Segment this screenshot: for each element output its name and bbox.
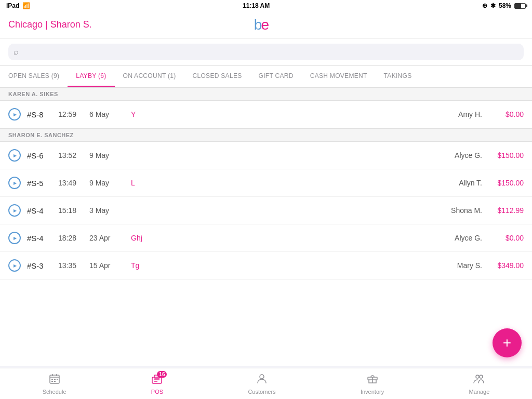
table-row[interactable]: #S-5 13:49 9 May L Allyn T. $150.00	[0, 169, 532, 197]
sale-id: #S-4	[27, 206, 58, 215]
search-wrapper[interactable]	[8, 44, 524, 60]
sale-staff: Alyce G.	[420, 151, 482, 159]
status-left: iPad 📶	[6, 2, 30, 9]
tab-on-account[interactable]: ON ACCOUNT (1)	[115, 66, 184, 87]
tab-gift-card[interactable]: GIFT CARD	[250, 66, 302, 87]
status-right: ⊕ ✱ 58%	[482, 2, 526, 9]
svg-rect-4	[51, 379, 53, 380]
sale-date: 9 May	[89, 179, 131, 187]
schedule-icon	[49, 373, 60, 387]
nav-schedule-label: Schedule	[43, 389, 66, 395]
sale-id: #S-6	[27, 151, 58, 160]
sale-note: Y	[131, 110, 172, 118]
tab-open-sales[interactable]: OPEN SALES (9)	[0, 66, 68, 87]
svg-point-13	[260, 375, 264, 379]
header: Chicago | Sharon S. be	[0, 11, 532, 38]
sale-id: #S-3	[27, 261, 58, 270]
sale-note: L	[131, 179, 172, 187]
play-icon	[8, 149, 21, 162]
sale-staff: Allyn T.	[420, 179, 482, 187]
nav-inventory-label: Inventory	[361, 389, 384, 395]
sale-date: 23 Apr	[89, 234, 131, 242]
section-header-sharon: SHARON E. SANCHEZ	[0, 128, 532, 142]
sale-staff: Shona M.	[420, 206, 482, 215]
sale-date: 15 Apr	[89, 261, 131, 270]
table-row[interactable]: #S-4 15:18 3 May Shona M. $112.99	[0, 197, 532, 224]
play-icon	[8, 259, 21, 272]
tab-takings[interactable]: TAKINGS	[376, 66, 420, 87]
sale-note: Tg	[131, 261, 172, 270]
nav-pos[interactable]: 16 POS	[151, 373, 163, 395]
section-header-karen: KAREN A. SIKES	[0, 87, 532, 101]
pos-icon: 16	[151, 373, 163, 387]
svg-rect-6	[57, 379, 58, 380]
sale-staff: Mary S.	[420, 261, 482, 270]
app-logo: be	[254, 17, 268, 33]
status-time: 11:18 AM	[243, 2, 270, 9]
sale-time: 13:35	[58, 261, 89, 270]
play-icon	[8, 204, 21, 217]
table-row[interactable]: #S-8 12:59 6 May Y Amy H. $0.00	[0, 101, 532, 128]
customers-icon	[256, 373, 268, 387]
sale-time: 15:18	[58, 206, 89, 215]
sale-date: 6 May	[89, 110, 131, 118]
table-row[interactable]: #S-3 13:35 15 Apr Tg Mary S. $349.00	[0, 252, 532, 280]
tabs-container: OPEN SALES (9) LAYBY (6) ON ACCOUNT (1) …	[0, 66, 532, 87]
nav-inventory[interactable]: Inventory	[361, 373, 384, 395]
nav-manage-label: Manage	[469, 389, 490, 395]
screen-icon: ⊕	[482, 2, 487, 9]
content-area: KAREN A. SIKES #S-8 12:59 6 May Y Amy H.…	[0, 87, 532, 366]
tab-closed-sales[interactable]: CLOSED SALES	[184, 66, 250, 87]
sale-time: 13:49	[58, 179, 89, 187]
search-input[interactable]	[8, 44, 524, 60]
nav-customers-label: Customers	[248, 389, 275, 395]
battery-percent: 58%	[499, 2, 511, 9]
sale-staff: Alyce G.	[420, 234, 482, 242]
bluetooth-icon: ✱	[490, 2, 496, 9]
sale-date: 3 May	[89, 206, 131, 215]
store-title: Chicago | Sharon S.	[8, 19, 92, 30]
svg-point-16	[476, 375, 479, 378]
nav-pos-label: POS	[151, 389, 163, 395]
inventory-icon	[367, 373, 378, 387]
device-label: iPad	[6, 2, 19, 9]
sale-time: 12:59	[58, 110, 89, 118]
table-row[interactable]: #S-4 18:28 23 Apr Ghj Alyce G. $0.00	[0, 224, 532, 252]
play-icon	[8, 108, 21, 121]
status-bar: iPad 📶 11:18 AM ⊕ ✱ 58%	[0, 0, 532, 11]
battery-icon	[514, 3, 526, 9]
tab-cash-movement[interactable]: CASH MOVEMENT	[302, 66, 376, 87]
sale-staff: Amy H.	[420, 110, 482, 118]
sale-note: Ghj	[131, 234, 172, 242]
sale-amount: $150.00	[482, 179, 524, 187]
table-row[interactable]: #S-6 13:52 9 May Alyce G. $150.00	[0, 142, 532, 169]
svg-point-17	[480, 375, 483, 378]
play-icon	[8, 177, 21, 189]
sale-amount: $349.00	[482, 261, 524, 270]
nav-customers[interactable]: Customers	[248, 373, 275, 395]
sale-id: #S-8	[27, 110, 58, 119]
sale-amount: $0.00	[482, 110, 524, 118]
play-icon	[8, 232, 21, 244]
sale-amount: $0.00	[482, 234, 524, 242]
sale-date: 9 May	[89, 151, 131, 159]
bottom-nav: Schedule 16 POS Customers	[0, 368, 532, 399]
sale-id: #S-5	[27, 179, 58, 188]
sale-id: #S-4	[27, 234, 58, 243]
nav-manage[interactable]: Manage	[469, 373, 490, 395]
sale-amount: $112.99	[482, 206, 524, 215]
wifi-icon: 📶	[22, 2, 30, 9]
search-bar	[0, 38, 532, 66]
tab-layby[interactable]: LAYBY (6)	[68, 66, 114, 87]
svg-rect-8	[54, 381, 56, 382]
sale-amount: $150.00	[482, 151, 524, 159]
sale-time: 18:28	[58, 234, 89, 242]
add-button[interactable]: +	[493, 328, 522, 357]
svg-rect-7	[51, 381, 53, 382]
nav-schedule[interactable]: Schedule	[43, 373, 66, 395]
sale-time: 13:52	[58, 151, 89, 159]
pos-badge: 16	[157, 371, 167, 378]
svg-rect-5	[54, 379, 56, 380]
manage-icon	[473, 373, 485, 387]
